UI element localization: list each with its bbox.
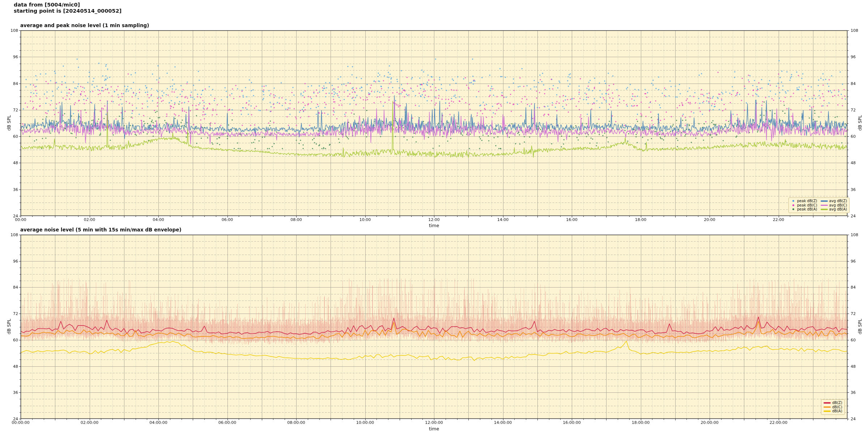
x-tick-label: 16:00 bbox=[566, 217, 578, 222]
y-tick-label-right: 36 bbox=[851, 187, 856, 192]
y-tick-label-left: 36 bbox=[1, 390, 18, 395]
x-tick-label: 16:00:00 bbox=[563, 420, 580, 425]
y-tick-label-right: 48 bbox=[851, 364, 856, 369]
x-tick-label: 14:00:00 bbox=[494, 420, 512, 425]
x-tick-label: 10:00:00 bbox=[356, 420, 374, 425]
legend-bottom: dB(Z)dB(C)dB(A) bbox=[821, 399, 845, 415]
legend-item: dB(C) bbox=[824, 405, 842, 409]
legend-item: peak dB(Z) bbox=[791, 199, 817, 203]
x-tick-label: 18:00:00 bbox=[632, 420, 650, 425]
legend-line-swatch bbox=[821, 205, 828, 206]
y-axis-label-top-right: dB SPL bbox=[857, 115, 863, 131]
y-tick-label-left: 24 bbox=[1, 417, 18, 421]
y-tick-label-left: 108 bbox=[1, 28, 18, 33]
legend-label: peak dB(Z) bbox=[797, 199, 817, 203]
legend-item: avg dB(A) bbox=[821, 207, 847, 212]
x-tick-label: 12:00 bbox=[428, 217, 440, 222]
legend-label: peak dB(C) bbox=[797, 203, 817, 208]
y-tick-label-right: 24 bbox=[851, 417, 856, 421]
legend-item: dB(A) bbox=[824, 409, 842, 413]
y-tick-label-left: 72 bbox=[1, 107, 18, 112]
legend-label: dB(A) bbox=[832, 409, 842, 413]
x-tick-label: 20:00 bbox=[704, 217, 715, 222]
x-tick-label: 20:00:00 bbox=[701, 420, 718, 425]
noise-charts-canvas bbox=[0, 0, 868, 434]
x-tick-label: 22:00:00 bbox=[770, 420, 787, 425]
y-tick-label-right: 60 bbox=[851, 337, 856, 342]
y-tick-label-right: 108 bbox=[851, 233, 858, 237]
y-tick-label-left: 96 bbox=[1, 55, 18, 59]
legend-line-swatch bbox=[821, 209, 828, 210]
legend-line-swatch bbox=[824, 407, 831, 408]
legend-item: avg dB(C) bbox=[821, 203, 847, 208]
y-tick-label-left: 84 bbox=[1, 285, 18, 290]
x-tick-label: 12:00:00 bbox=[425, 420, 443, 425]
legend-top: peak dB(Z)peak dB(C)peak dB(A)avg dB(Z)a… bbox=[788, 197, 850, 213]
x-tick-label: 04:00:00 bbox=[149, 420, 167, 425]
header-line-2: starting point is [20240514_000052] bbox=[14, 8, 122, 14]
legend-dot-marker bbox=[792, 200, 794, 202]
legend-dot-marker bbox=[792, 204, 794, 206]
legend-line-swatch bbox=[824, 410, 831, 412]
legend-label: dB(C) bbox=[832, 405, 842, 409]
y-tick-label-right: 60 bbox=[851, 134, 856, 139]
y-tick-label-right: 108 bbox=[851, 28, 858, 33]
legend-label: peak dB(A) bbox=[797, 207, 817, 212]
y-axis-label-bottom-left: dB SPL bbox=[6, 319, 12, 335]
y-tick-label-left: 60 bbox=[1, 337, 18, 342]
x-axis-label-bottom: time bbox=[429, 426, 439, 431]
y-axis-label-bottom-right: dB SPL bbox=[857, 319, 863, 335]
x-tick-label: 02:00:00 bbox=[81, 420, 98, 425]
x-tick-label: 08:00:00 bbox=[287, 420, 305, 425]
chart-title-top: average and peak noise level (1 min samp… bbox=[20, 22, 149, 28]
y-tick-label-left: 84 bbox=[1, 81, 18, 86]
legend-column: avg dB(Z)avg dB(C)avg dB(A) bbox=[821, 199, 847, 212]
y-tick-label-right: 84 bbox=[851, 81, 856, 86]
legend-item: peak dB(A) bbox=[791, 207, 817, 212]
legend-item: avg dB(Z) bbox=[821, 199, 847, 203]
y-tick-label-right: 96 bbox=[851, 259, 856, 263]
y-tick-label-right: 72 bbox=[851, 107, 856, 112]
y-tick-label-left: 60 bbox=[1, 134, 18, 139]
legend-item: peak dB(C) bbox=[791, 203, 817, 208]
y-axis-label-top-left: dB SPL bbox=[6, 115, 12, 131]
y-tick-label-right: 72 bbox=[851, 311, 856, 316]
y-tick-label-left: 108 bbox=[1, 233, 18, 237]
y-tick-label-left: 96 bbox=[1, 259, 18, 263]
legend-column: peak dB(Z)peak dB(C)peak dB(A) bbox=[791, 199, 817, 212]
y-tick-label-left: 36 bbox=[1, 187, 18, 192]
legend-label: avg dB(Z) bbox=[829, 199, 847, 203]
chart-title-bottom: average noise level (5 min with 15s min/… bbox=[20, 227, 182, 233]
legend-label: avg dB(A) bbox=[829, 207, 847, 212]
x-tick-label: 10:00 bbox=[359, 217, 371, 222]
x-tick-label: 18:00 bbox=[635, 217, 647, 222]
header-line-1: data from [5004/mic0] bbox=[14, 2, 80, 8]
legend-label: dB(Z) bbox=[832, 401, 842, 405]
y-tick-label-left: 24 bbox=[1, 214, 18, 218]
legend-item: dB(Z) bbox=[824, 401, 842, 405]
x-axis-label-top: time bbox=[429, 223, 439, 228]
y-tick-label-right: 36 bbox=[851, 390, 856, 395]
y-tick-label-right: 84 bbox=[851, 285, 856, 290]
x-tick-label: 22:00 bbox=[773, 217, 784, 222]
y-tick-label-right: 96 bbox=[851, 55, 856, 59]
x-tick-label: 08:00 bbox=[290, 217, 302, 222]
x-tick-label: 06:00 bbox=[222, 217, 233, 222]
y-tick-label-right: 48 bbox=[851, 161, 856, 165]
x-tick-label: 02:00 bbox=[84, 217, 95, 222]
legend-column: dB(Z)dB(C)dB(A) bbox=[824, 401, 842, 413]
legend-line-swatch bbox=[821, 200, 828, 202]
legend-dot-marker bbox=[792, 208, 794, 210]
y-tick-label-left: 48 bbox=[1, 364, 18, 369]
legend-label: avg dB(C) bbox=[829, 203, 847, 208]
figure: data from [5004/mic0] starting point is … bbox=[0, 0, 868, 434]
legend-line-swatch bbox=[824, 402, 831, 404]
y-tick-label-left: 48 bbox=[1, 161, 18, 165]
y-tick-label-right: 24 bbox=[851, 214, 856, 218]
x-tick-label: 04:00 bbox=[153, 217, 164, 222]
y-tick-label-left: 72 bbox=[1, 311, 18, 316]
x-tick-label: 06:00:00 bbox=[218, 420, 236, 425]
x-tick-label: 14:00 bbox=[497, 217, 509, 222]
